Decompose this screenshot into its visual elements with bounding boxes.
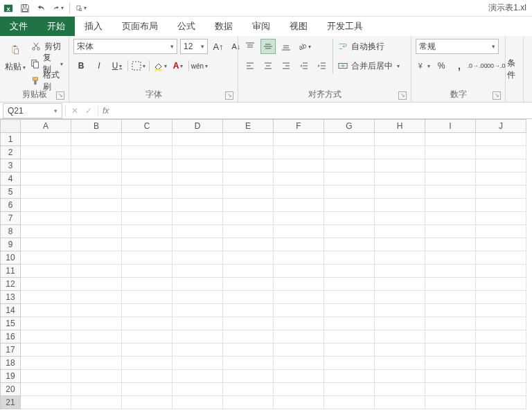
row-header[interactable]: 6 xyxy=(0,199,21,212)
cell[interactable] xyxy=(172,291,223,304)
cell[interactable] xyxy=(324,383,375,396)
cell[interactable] xyxy=(324,199,375,212)
cell[interactable] xyxy=(223,291,274,304)
cell[interactable] xyxy=(274,291,324,304)
cell[interactable] xyxy=(476,199,526,212)
column-header[interactable]: J xyxy=(476,119,526,133)
row-header[interactable]: 5 xyxy=(0,186,21,199)
cell[interactable] xyxy=(375,199,425,212)
cell[interactable] xyxy=(122,133,172,146)
cell[interactable] xyxy=(71,344,122,357)
row-header[interactable]: 19 xyxy=(0,370,21,383)
align-middle-icon[interactable] xyxy=(260,39,276,54)
cell[interactable] xyxy=(21,265,71,278)
fx-label[interactable]: fx xyxy=(98,106,113,116)
cell[interactable] xyxy=(223,317,274,330)
cell[interactable] xyxy=(425,370,476,383)
cell[interactable] xyxy=(425,317,476,330)
cell[interactable] xyxy=(122,383,172,396)
cell[interactable] xyxy=(274,225,324,238)
cell[interactable] xyxy=(172,396,223,409)
align-bottom-icon[interactable] xyxy=(278,39,294,54)
cell[interactable] xyxy=(122,146,172,159)
cancel-icon[interactable]: ✕ xyxy=(71,106,78,116)
cell[interactable] xyxy=(274,370,324,383)
cell[interactable] xyxy=(274,251,324,265)
cell[interactable] xyxy=(425,225,476,238)
pinyin-guide-button[interactable]: wén xyxy=(192,58,207,73)
cell[interactable] xyxy=(324,291,375,304)
cell[interactable] xyxy=(122,304,172,317)
cell[interactable] xyxy=(476,370,526,383)
cell[interactable] xyxy=(21,291,71,304)
cell[interactable] xyxy=(375,186,425,199)
cell[interactable] xyxy=(21,370,71,383)
cell[interactable] xyxy=(274,278,324,291)
cell[interactable] xyxy=(122,265,172,278)
row-header[interactable]: 18 xyxy=(0,357,21,370)
cell[interactable] xyxy=(223,383,274,396)
row-header[interactable]: 17 xyxy=(0,344,21,357)
cell[interactable] xyxy=(223,370,274,383)
row-header[interactable]: 1 xyxy=(0,133,21,146)
cell[interactable] xyxy=(21,251,71,265)
cell[interactable] xyxy=(274,212,324,225)
cell[interactable] xyxy=(476,238,526,251)
cell[interactable] xyxy=(425,186,476,199)
cell[interactable] xyxy=(71,357,122,370)
cell[interactable] xyxy=(21,304,71,317)
row-header[interactable]: 8 xyxy=(0,225,21,238)
number-launcher-icon[interactable]: ↘ xyxy=(493,91,501,100)
paste-button[interactable]: 粘贴 xyxy=(4,39,26,73)
bold-button[interactable]: B xyxy=(73,58,89,73)
cell[interactable] xyxy=(21,199,71,212)
cell[interactable] xyxy=(375,396,425,409)
column-header[interactable]: H xyxy=(375,119,425,133)
cell[interactable] xyxy=(324,304,375,317)
cell[interactable] xyxy=(172,278,223,291)
cell[interactable] xyxy=(476,172,526,186)
cell[interactable] xyxy=(476,330,526,344)
cell[interactable] xyxy=(223,199,274,212)
cell[interactable] xyxy=(223,186,274,199)
cell[interactable] xyxy=(375,278,425,291)
cell[interactable] xyxy=(476,186,526,199)
cell[interactable] xyxy=(71,133,122,146)
enter-icon[interactable]: ✓ xyxy=(85,106,92,116)
cell[interactable] xyxy=(172,146,223,159)
cell[interactable] xyxy=(172,265,223,278)
cell[interactable] xyxy=(274,304,324,317)
increase-indent-icon[interactable] xyxy=(314,58,330,73)
cell[interactable] xyxy=(425,265,476,278)
cell[interactable] xyxy=(71,212,122,225)
cell[interactable] xyxy=(122,317,172,330)
cell[interactable] xyxy=(375,383,425,396)
cell[interactable] xyxy=(274,133,324,146)
cell[interactable] xyxy=(71,317,122,330)
cell[interactable] xyxy=(71,251,122,265)
column-header[interactable]: E xyxy=(223,119,274,133)
cell[interactable] xyxy=(375,133,425,146)
cell[interactable] xyxy=(223,133,274,146)
cell[interactable] xyxy=(476,396,526,409)
cell[interactable] xyxy=(223,357,274,370)
cell[interactable] xyxy=(425,344,476,357)
formula-input[interactable] xyxy=(113,104,532,118)
cell[interactable] xyxy=(324,265,375,278)
cell[interactable] xyxy=(324,330,375,344)
cell[interactable] xyxy=(375,330,425,344)
cell[interactable] xyxy=(71,225,122,238)
row-header[interactable]: 14 xyxy=(0,304,21,317)
cell[interactable] xyxy=(223,278,274,291)
cell[interactable] xyxy=(71,291,122,304)
font-size-select[interactable]: 12▾ xyxy=(180,39,208,54)
row-header[interactable]: 13 xyxy=(0,291,21,304)
cell[interactable] xyxy=(71,330,122,344)
cell[interactable] xyxy=(172,317,223,330)
cell[interactable] xyxy=(476,278,526,291)
cell[interactable] xyxy=(172,199,223,212)
cell[interactable] xyxy=(274,199,324,212)
cell[interactable] xyxy=(71,383,122,396)
border-button[interactable] xyxy=(131,58,146,73)
conditional-formatting-button[interactable]: 条件 xyxy=(506,36,524,102)
